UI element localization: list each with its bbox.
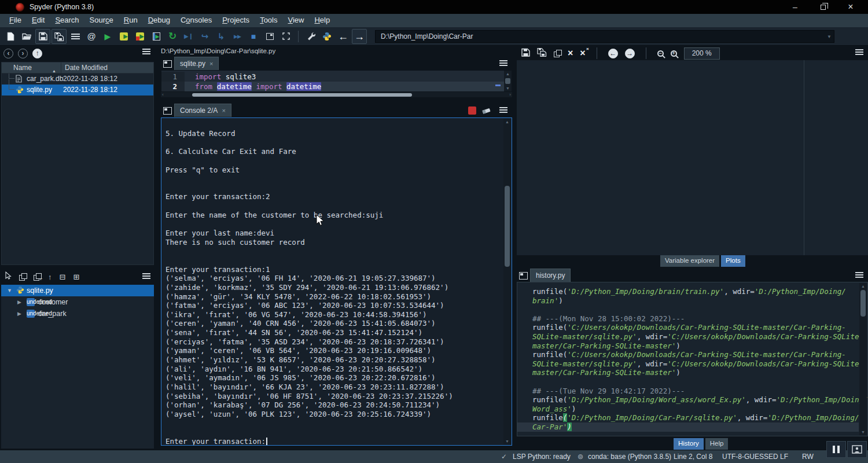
go-to-cursor-button[interactable] bbox=[5, 271, 12, 282]
tab-close-icon[interactable]: × bbox=[209, 60, 213, 67]
menu-run[interactable]: Run bbox=[119, 16, 143, 25]
interrupt-kernel-icon[interactable] bbox=[468, 106, 476, 115]
tab-help[interactable]: Help bbox=[705, 438, 729, 450]
plot-copy-button[interactable] bbox=[554, 50, 561, 57]
scrollbar-thumb[interactable] bbox=[860, 290, 866, 317]
outline-copy-all-button[interactable]: + bbox=[34, 273, 41, 280]
scrollbar-thumb[interactable] bbox=[192, 93, 412, 97]
menu-consoles[interactable]: Consoles bbox=[175, 16, 217, 25]
expand-all-button[interactable]: ⊞ bbox=[73, 273, 79, 281]
restore-button[interactable] bbox=[809, 0, 837, 14]
browse-tabs-icon[interactable] bbox=[163, 107, 172, 115]
outline-item-car_park[interactable]: ▶undefinedcar_park bbox=[1, 308, 154, 319]
pause-button[interactable] bbox=[826, 441, 846, 458]
expander-closed-icon[interactable]: ▶ bbox=[17, 308, 21, 319]
column-header-date[interactable]: Date Modified bbox=[61, 63, 153, 73]
history-options-menu[interactable] bbox=[855, 272, 863, 278]
continue-button[interactable]: ▶▶ bbox=[230, 29, 245, 44]
find-symbols-button[interactable]: @ bbox=[84, 29, 99, 44]
column-header-name[interactable]: Name▲ bbox=[2, 63, 61, 73]
menu-edit[interactable]: Edit bbox=[27, 16, 50, 25]
working-directory-input[interactable]: D:\Python_Imp\Doing\Car-Par ▼ bbox=[375, 30, 834, 43]
menu-help[interactable]: Help bbox=[309, 16, 335, 25]
file-row-sqlite.py[interactable]: sqlite.py2022-11-28 18:12 bbox=[2, 84, 153, 95]
plots-options-menu[interactable] bbox=[855, 49, 863, 55]
tab-sqlite-py[interactable]: sqlite.py× bbox=[174, 57, 219, 70]
browse-tabs-icon[interactable] bbox=[519, 272, 528, 280]
files-next-button[interactable]: › bbox=[18, 49, 28, 58]
dropdown-chevron-icon[interactable]: ▼ bbox=[827, 34, 832, 39]
files-parent-button[interactable]: ↑ bbox=[32, 49, 42, 58]
plot-close-all-button[interactable]: ×× bbox=[580, 49, 585, 58]
rerun-cell-button[interactable]: ↻ bbox=[165, 29, 180, 44]
plot-save-all-button[interactable] bbox=[537, 47, 547, 59]
maximize-pane-button[interactable] bbox=[262, 29, 277, 44]
menu-source[interactable]: Source bbox=[84, 16, 119, 25]
save-button[interactable] bbox=[35, 29, 50, 44]
previous-plot-button[interactable]: ← bbox=[608, 49, 618, 58]
tab-console-2a[interactable]: Console 2/A× bbox=[174, 104, 231, 117]
files-options-menu[interactable] bbox=[142, 49, 150, 54]
outline-item-sqlite.py[interactable]: ▼sqlite.py bbox=[1, 285, 154, 296]
editor-options-menu[interactable] bbox=[499, 60, 507, 66]
run-cell-button[interactable]: ▶ bbox=[116, 29, 131, 44]
menu-view[interactable]: View bbox=[282, 16, 309, 25]
tab-close-icon[interactable]: × bbox=[222, 107, 225, 114]
clear-console-button[interactable] bbox=[481, 106, 491, 117]
outline-options-menu[interactable] bbox=[142, 273, 150, 279]
scroll-left-icon[interactable]: ‹ bbox=[162, 92, 164, 97]
history-scrollbar[interactable]: ▲ ▼ bbox=[859, 283, 867, 435]
editor-horizontal-scrollbar[interactable]: ‹ › bbox=[161, 92, 512, 97]
new-file-button[interactable] bbox=[3, 29, 18, 44]
close-button[interactable]: × bbox=[837, 0, 865, 14]
save-all-button[interactable] bbox=[52, 29, 67, 44]
plot-save-button[interactable] bbox=[521, 48, 530, 59]
zoom-out-icon[interactable]: − bbox=[657, 50, 664, 57]
console-scrollbar[interactable]: ▲ ▼ bbox=[503, 119, 511, 444]
preferences-button[interactable] bbox=[303, 29, 318, 44]
collapse-all-button[interactable]: ⊟ bbox=[60, 273, 66, 281]
outline-go-up-button[interactable]: ↑ bbox=[48, 273, 52, 281]
editor-vertical-scrollbar[interactable]: ▲▼ bbox=[504, 71, 512, 91]
step-over-button[interactable]: ↪ bbox=[197, 29, 212, 44]
run-selection-button[interactable]: ▶ bbox=[149, 29, 164, 44]
history-log[interactable]: runfile('D:/Python_Imp/Doing/brain/train… bbox=[517, 282, 868, 436]
code-editor[interactable]: 1import sqlite32from datetime import dat… bbox=[161, 70, 512, 92]
tab-plots[interactable]: Plots bbox=[721, 255, 745, 267]
scrollbar-thumb[interactable] bbox=[505, 186, 510, 267]
scroll-right-icon[interactable]: › bbox=[509, 92, 511, 97]
fullscreen-button[interactable] bbox=[278, 29, 293, 44]
panes-button[interactable] bbox=[847, 441, 867, 458]
menu-projects[interactable]: Projects bbox=[217, 16, 255, 25]
menu-debug[interactable]: Debug bbox=[143, 16, 175, 25]
file-row-car_park.db[interactable]: car_park.db2022-11-28 18:12 bbox=[2, 74, 153, 84]
expander-open-icon[interactable]: ▼ bbox=[7, 285, 12, 296]
debug-file-button[interactable]: ▶❙ bbox=[181, 29, 196, 44]
console-options-menu[interactable] bbox=[499, 107, 507, 113]
outline-item-customer[interactable]: ▶undefinedcustomer bbox=[1, 296, 154, 308]
minimize-button[interactable]: – bbox=[781, 0, 809, 14]
menu-file[interactable]: File bbox=[4, 16, 27, 25]
stop-debug-button[interactable]: ■ bbox=[246, 29, 261, 44]
tab-history-py[interactable]: history.py bbox=[530, 269, 571, 282]
step-into-button[interactable]: ↳ bbox=[214, 29, 229, 44]
files-previous-button[interactable]: ‹ bbox=[3, 49, 13, 58]
run-cell-advance-button[interactable]: ▶ bbox=[133, 29, 148, 44]
zoom-level[interactable]: 200 % bbox=[684, 47, 720, 60]
back-button[interactable]: ← bbox=[336, 29, 351, 44]
next-plot-button[interactable]: → bbox=[625, 49, 635, 58]
menu-tools[interactable]: Tools bbox=[255, 16, 282, 25]
browse-tabs-icon[interactable] bbox=[163, 60, 172, 68]
menu-search[interactable]: Search bbox=[50, 16, 84, 25]
outline-copy-button[interactable] bbox=[19, 273, 26, 280]
tab-history[interactable]: History bbox=[674, 438, 704, 450]
tab-variable-explorer[interactable]: Variable explorer bbox=[660, 255, 719, 267]
print-button[interactable] bbox=[68, 29, 83, 44]
ipython-console[interactable]: 5. Update Record 6. Calculate Car Exit a… bbox=[161, 117, 512, 446]
plot-close-button[interactable]: × bbox=[568, 49, 573, 58]
forward-button[interactable]: → bbox=[352, 29, 367, 44]
pythonpath-button[interactable] bbox=[319, 29, 334, 44]
run-file-button[interactable]: ▶ bbox=[100, 29, 115, 44]
zoom-in-icon[interactable]: + bbox=[671, 50, 677, 57]
open-file-button[interactable] bbox=[19, 29, 34, 44]
